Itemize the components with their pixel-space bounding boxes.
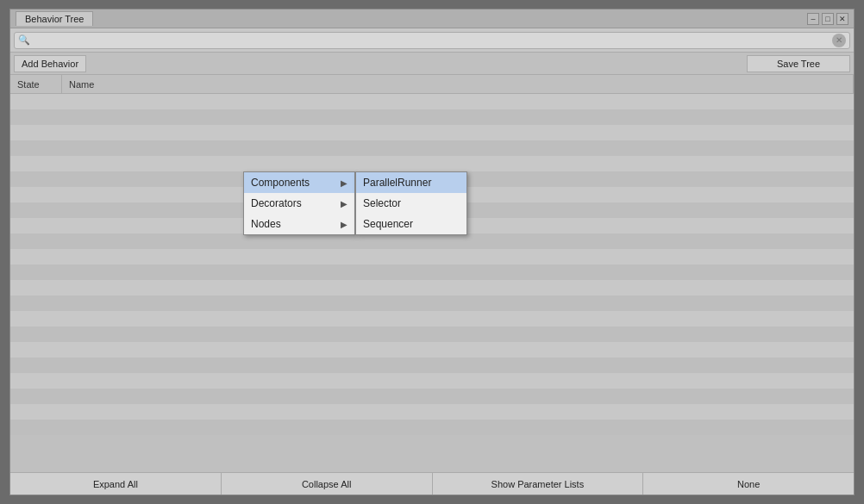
expand-all-button[interactable]: Expand All (10, 473, 222, 495)
show-param-lists-button[interactable]: Show Parameter Lists (433, 473, 644, 495)
save-tree-button[interactable]: Save Tree (747, 55, 850, 72)
stripe-row (10, 264, 854, 280)
stripe-row (10, 140, 854, 156)
stripe-row (10, 342, 854, 358)
stripe-row (10, 156, 854, 171)
menu-item-decorators[interactable]: Decorators ▶ (244, 193, 354, 214)
add-behavior-button[interactable]: Add Behavior (14, 55, 86, 72)
none-button[interactable]: None (643, 473, 854, 495)
stripe-row (10, 404, 854, 420)
search-row: 🔍 ✕ (10, 28, 854, 53)
submenu-item-parallelrunner[interactable]: ParallelRunner (356, 172, 466, 193)
stripe-row (10, 109, 854, 125)
stripe-row (10, 373, 854, 389)
action-row: Add Behavior Save Tree (10, 53, 854, 75)
bottom-bar: Expand All Collapse All Show Parameter L… (10, 472, 854, 495)
menu-item-nodes[interactable]: Nodes ▶ (244, 214, 354, 234)
stripe-row (10, 389, 854, 404)
stripe-row (10, 420, 854, 435)
menu-item-components[interactable]: Components ▶ (244, 172, 354, 193)
striped-rows (10, 94, 854, 472)
minimize-button[interactable]: – (807, 13, 819, 25)
name-column-header: Name (62, 75, 854, 93)
stripe-row (10, 280, 854, 296)
stripe-row (10, 249, 854, 264)
stripe-row (10, 94, 854, 109)
title-bar-left: Behavior Tree (16, 11, 93, 26)
submenu-item-sequencer[interactable]: Sequencer (356, 214, 466, 234)
state-column-header: State (10, 75, 62, 93)
submenu-arrow-components: ▶ (341, 178, 347, 188)
search-icon: 🔍 (18, 34, 30, 46)
title-bar: Behavior Tree – □ ✕ (10, 9, 854, 28)
stripe-row (10, 125, 854, 140)
stripe-row (10, 311, 854, 327)
search-box: 🔍 ✕ (14, 32, 850, 49)
search-input[interactable] (34, 35, 829, 46)
content-area: Components ▶ Decorators ▶ Nodes ▶ Parall… (10, 94, 854, 472)
close-button[interactable]: ✕ (836, 13, 848, 25)
stripe-row (10, 296, 854, 311)
column-header: State Name (10, 75, 854, 94)
window-controls: – □ ✕ (807, 13, 848, 25)
submenu-arrow-nodes: ▶ (341, 220, 347, 229)
main-window: Behavior Tree – □ ✕ 🔍 ✕ Add Behavior Sav… (9, 9, 855, 495)
maximize-button[interactable]: □ (822, 13, 834, 25)
stripe-row (10, 327, 854, 342)
dropdown-menu: Components ▶ Decorators ▶ Nodes ▶ (243, 171, 355, 235)
stripe-row (10, 358, 854, 373)
collapse-all-button[interactable]: Collapse All (222, 473, 433, 495)
submenu-item-selector[interactable]: Selector (356, 193, 466, 214)
submenu-arrow-decorators: ▶ (341, 199, 347, 208)
stripe-row (10, 233, 854, 249)
submenu: ParallelRunner Selector Sequencer (355, 171, 467, 235)
clear-search-button[interactable]: ✕ (832, 34, 846, 47)
dropdown-container: Components ▶ Decorators ▶ Nodes ▶ Parall… (243, 171, 467, 235)
window-title: Behavior Tree (16, 11, 93, 26)
